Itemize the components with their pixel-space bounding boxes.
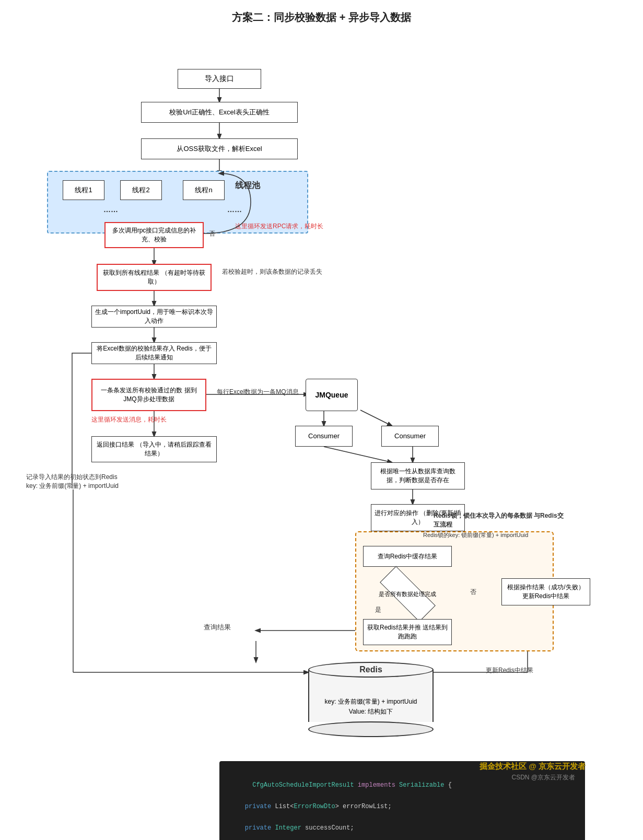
svg-line-13 [324,447,392,462]
svg-line-12 [360,410,392,426]
no2-label: 否 [470,588,476,597]
record-initial-label: 记录导入结果的初始状态到Redis key: 业务前缀(常量) + import… [26,473,120,491]
page-title: 方案二：同步校验数据 + 异步导入数据 [16,10,627,25]
thread-dots1: …… [103,205,118,214]
rpc-call-box: 多次调用rpc接口完成信息的补充、校验 [104,222,204,248]
threadn-box: 线程n [183,180,225,200]
consumer1-box: Consumer [295,426,353,447]
no-label1: 否 [209,229,215,238]
update-redis-result-box: 根据操作结果（成功/失败） 更新Redis中结果 [501,578,590,605]
timeout-note: 若校验超时，则该条数据的记录丢失 [222,267,368,276]
thread1-box: 线程1 [63,180,104,200]
redis-lock-title: Redis锁，锁住本次导入的每条数据 与Redis交互流程 [434,511,569,529]
update-redis-label: 更新Redis中结果 [486,666,533,675]
thread-dots2: …… [227,205,242,214]
redis-lock-key-note: Redis锁的key: 锁前缀(常量) + importUuid [423,531,559,539]
import-entry-box: 导入接口 [178,69,261,89]
footer-main: 掘金技术社区 @ 京东云开发者 [480,762,586,772]
yes-label: 是 [375,605,381,614]
store-redis-box: 将Excel数据的校验结果存入 Redis，便于后续结果通知 [91,342,217,364]
jmqueue-box: JMQueue [306,379,358,411]
thread2-box: 线程2 [120,180,162,200]
redis-value-text: Value: 结构如下 [324,707,417,717]
query-result-label: 查询结果 [204,623,231,632]
validate-box: 校验Url正确性、Excel表头正确性 [141,102,298,123]
send-loop-note: 这里循环发送消息，耗时长 [91,415,167,424]
redis-cylinder: Redis key: 业务前缀(常量) + importUuid Value: … [308,662,434,737]
send-mq-box: 一条条发送所有校验通过的数 据到JMQ异步处理数据 [91,379,206,411]
collect-results-box: 获取到所有线程结果 （有超时等待获取） [97,264,212,291]
footer-sub: CSDN @京东云开发者 [511,773,575,782]
rpc-loop-note: 这里循环发送RPC请求，耗时长 [235,222,350,231]
gen-uuid-box: 生成一个importUuid，用于唯一标识本次导入动作 [91,306,217,328]
each-row-note: 每行Excel数据为一条MQ消息 [217,388,299,396]
consumer2-box: Consumer [381,426,439,447]
query-redis-cache-box: 查询Redis中缓存结果 [363,546,452,567]
get-push-box: 获取Redis结果并推 送结果到跑跑跑 [363,619,452,645]
redis-key-text: key: 业务前缀(常量) + importUuid [324,697,417,707]
fetch-parse-box: 从OSS获取文件，解析Excel [141,138,298,159]
return-result-box: 返回接口结果 （导入中，请稍后跟踪查看结果） [91,436,217,462]
query-db-box: 根据唯一性从数据库查询数 据，判断数据是否存在 [371,462,465,489]
thread-pool-label: 线程池 [235,180,260,191]
all-done-check-diamond: 是否所有数据处理完成 [368,578,447,610]
